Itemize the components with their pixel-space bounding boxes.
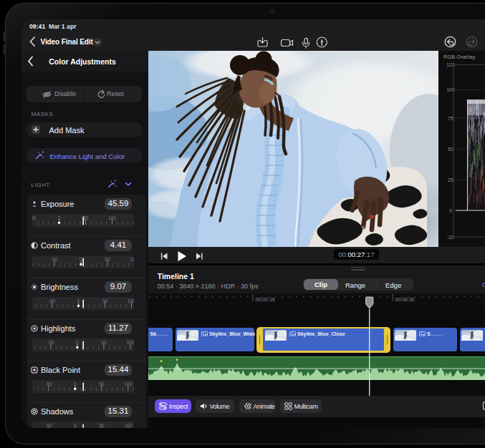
svg-text:75: 75 xyxy=(448,116,453,121)
svg-text:100: 100 xyxy=(128,298,134,303)
svg-text:100: 100 xyxy=(130,257,134,262)
svg-text:00:00:30: 00:00:30 xyxy=(395,297,415,302)
svg-text:00:00:15: 00:00:15 xyxy=(256,297,275,302)
svg-text:25: 25 xyxy=(448,177,453,182)
svg-text:50: 50 xyxy=(448,147,453,152)
svg-text:0: 0 xyxy=(449,208,452,213)
svg-text:-50: -50 xyxy=(32,215,37,220)
